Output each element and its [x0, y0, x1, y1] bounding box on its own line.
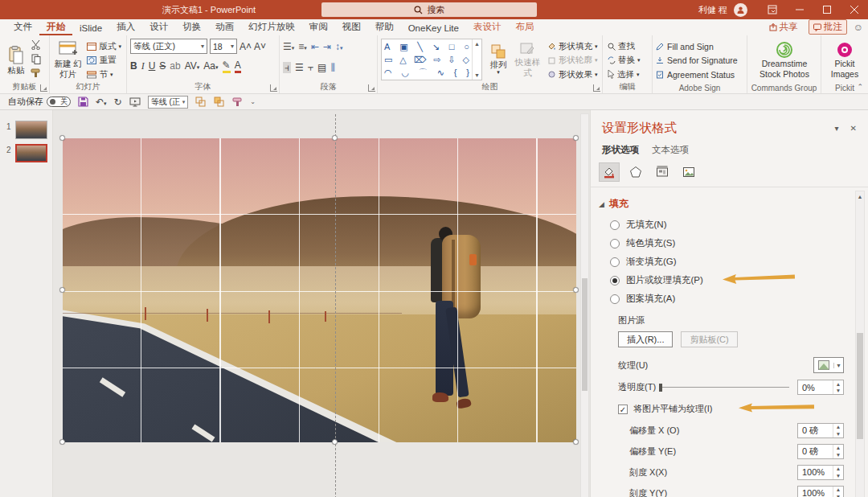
format-painter-icon[interactable] [31, 68, 41, 78]
tab-file[interactable]: 文件 [6, 19, 39, 35]
pane-tab-text-options[interactable]: 文本选项 [652, 144, 689, 156]
increase-indent-icon[interactable]: ⇥ [323, 41, 331, 52]
handle-bottom-left[interactable] [59, 439, 65, 445]
send-for-signature-button[interactable]: Send for Signature [656, 54, 743, 68]
tab-home[interactable]: 开始 [39, 19, 72, 35]
pane-scrollbar[interactable]: ▲ ▼ [855, 191, 865, 497]
drawing-dialog-launcher[interactable] [593, 84, 600, 92]
handle-middle-left[interactable] [59, 287, 65, 293]
clipboard-dialog-launcher[interactable] [40, 84, 47, 92]
pickit-button[interactable]: Pickit Images [825, 39, 865, 82]
offset-x-spinbox[interactable]: 0 磅▲▼ [797, 423, 844, 438]
fill-option-solid[interactable]: 纯色填充(S) [597, 234, 844, 253]
user-avatar[interactable] [734, 3, 747, 17]
slide-thumbnail-1[interactable]: 1 [0, 118, 52, 142]
italic-button[interactable]: I [141, 60, 145, 72]
shapes-gallery[interactable]: A▣╲↘□○ ▭△⌦⇨⇩◇ ◠◡⌒∿{} ▲▼ [381, 39, 482, 80]
increase-font-icon[interactable]: A˄ [240, 41, 252, 52]
handle-top-left[interactable] [59, 135, 65, 141]
fill-option-gradient[interactable]: 渐变填充(G) [597, 253, 844, 271]
select-button[interactable]: 选择▾ [606, 68, 649, 81]
feedback-smiley-icon[interactable]: ☺ [854, 22, 863, 33]
tab-islide[interactable]: iSlide [72, 22, 109, 35]
pane-close-icon[interactable]: ✕ [850, 124, 857, 133]
section-collapse-icon[interactable]: ◢ [599, 200, 604, 208]
numbering-icon[interactable]: ≡▾ [298, 41, 307, 52]
shape-outline-button[interactable]: 形状轮廓▾ [546, 54, 599, 68]
slide-thumbnail-2[interactable]: 2 [0, 142, 52, 165]
paragraph-dialog-launcher[interactable] [368, 84, 375, 92]
decrease-font-icon[interactable]: A˅ [254, 41, 266, 52]
align-right-icon[interactable]: ⫟ [308, 62, 313, 73]
share-button[interactable]: 共享 [765, 20, 802, 34]
slide-canvas[interactable]: ▼ [53, 110, 590, 497]
tab-layout[interactable]: 布局 [508, 19, 541, 35]
handle-bottom-center[interactable] [332, 439, 338, 445]
bold-button[interactable]: B [130, 60, 137, 72]
shape-effects-button[interactable]: 形状效果▾ [546, 68, 599, 81]
align-left-icon[interactable]: ⫞ [283, 62, 291, 73]
strikethrough-button[interactable]: S [159, 60, 166, 72]
scale-y-spinbox[interactable]: 100%▲▼ [797, 486, 844, 497]
replace-button[interactable]: 替换▾ [606, 54, 649, 68]
shape-combine-icon[interactable] [195, 97, 207, 107]
layout-button[interactable]: 版式 ▾ [85, 39, 123, 53]
shape-fill-button[interactable]: 形状填充▾ [546, 39, 599, 53]
ribbon-display-options-button[interactable] [759, 0, 786, 19]
tab-animations[interactable]: 动画 [208, 19, 241, 35]
tab-onekey-lite[interactable]: OneKey Lite [401, 22, 466, 35]
tab-table-design[interactable]: 表设计 [466, 19, 509, 35]
tab-design[interactable]: 设计 [142, 19, 175, 35]
tab-review[interactable]: 审阅 [302, 19, 335, 35]
columns-icon[interactable]: ⫼ [330, 62, 335, 73]
insert-picture-button[interactable]: 插入(R)... [618, 331, 673, 347]
section-button[interactable]: 节 ▾ [85, 68, 123, 81]
quick-styles-button[interactable]: 快速样式 [514, 39, 541, 80]
pane-options-chevron-icon[interactable]: ▾ [835, 124, 839, 133]
collapse-ribbon-icon[interactable]: ⌃ [857, 83, 863, 91]
tab-view[interactable]: 视图 [335, 19, 368, 35]
handle-top-right[interactable] [573, 135, 579, 141]
scale-x-spinbox[interactable]: 100%▲▼ [797, 465, 844, 480]
close-button[interactable] [841, 0, 868, 19]
fill-option-pattern[interactable]: 图案填充(A) [597, 290, 844, 308]
bullets-icon[interactable]: ☰▾ [283, 41, 294, 52]
picture-icon[interactable] [678, 162, 699, 182]
agreement-status-button[interactable]: Agreement Status [656, 68, 743, 81]
highlight-color-button[interactable]: ✎ [223, 60, 231, 73]
maximize-button[interactable] [813, 0, 841, 19]
autosave-toggle[interactable]: 自动保存 关 [8, 96, 71, 108]
paste-button[interactable]: 粘贴 [3, 39, 29, 82]
transparency-slider[interactable] [659, 382, 789, 393]
change-case-button[interactable]: Aa▾ [203, 60, 218, 72]
font-size-combo[interactable]: 18▾ [210, 39, 237, 54]
pane-scroll-up-icon[interactable]: ▲ [856, 191, 864, 201]
qat-font-combo[interactable]: 等线 (正▾ [148, 96, 189, 109]
shapes-gallery-scrollbar[interactable]: ▲▼ [472, 39, 481, 80]
tab-help[interactable]: 帮助 [368, 19, 401, 35]
pane-tab-shape-options[interactable]: 形状选项 [602, 144, 639, 156]
cut-icon[interactable] [31, 39, 41, 50]
fill-and-sign-button[interactable]: Fill and Sign [656, 39, 743, 53]
fill-line-icon[interactable] [599, 162, 620, 182]
reset-button[interactable]: 重置 [85, 54, 123, 68]
handle-middle-right[interactable] [573, 287, 579, 293]
character-spacing-button[interactable]: AV▾ [185, 60, 200, 72]
start-slideshow-icon[interactable] [129, 97, 141, 107]
canvas-vertical-scrollbar[interactable] [580, 113, 589, 497]
transparency-spinbox[interactable]: 0% ▲▼ [797, 380, 844, 395]
font-name-combo[interactable]: 等线 (正文)▾ [130, 39, 207, 54]
picture-fill-shape[interactable] [63, 138, 576, 442]
dreamstime-button[interactable]: Dreamstime Stock Photos [751, 39, 818, 82]
text-shadow-button[interactable]: ab [170, 60, 180, 72]
copy-icon[interactable] [31, 54, 41, 64]
qat-customize-icon[interactable]: ⌄ [250, 98, 256, 105]
tile-picture-checkbox[interactable]: ✓将图片平铺为纹理(I) [597, 398, 844, 420]
search-box[interactable]: 搜索 [321, 2, 537, 17]
comments-button[interactable]: 批注 [809, 19, 847, 35]
line-spacing-icon[interactable]: ↕▾ [335, 41, 343, 52]
fill-option-picture[interactable]: 图片或纹理填充(P) [597, 271, 844, 290]
handle-bottom-right[interactable] [573, 439, 579, 445]
size-properties-icon[interactable] [652, 162, 673, 182]
tab-insert[interactable]: 插入 [109, 19, 142, 35]
